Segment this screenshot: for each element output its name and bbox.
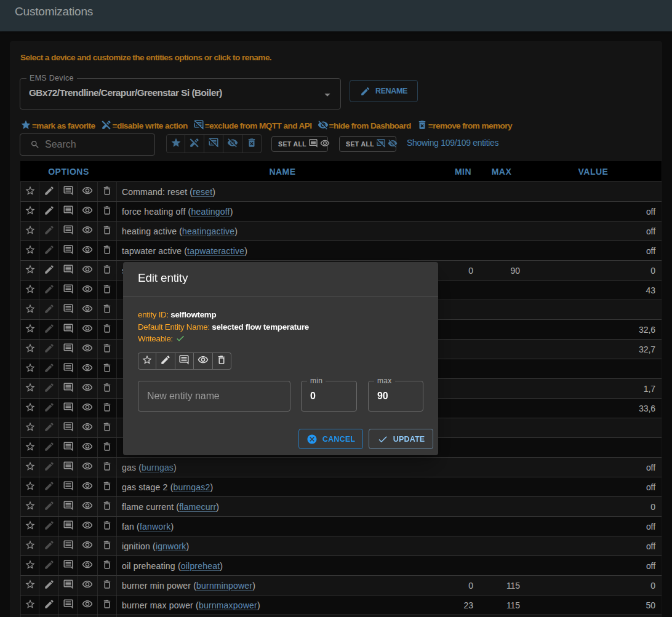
eye-icon [198,354,209,367]
new-entity-name-field [138,381,290,412]
entity-id-line: entity ID: selflowtemp [138,309,423,321]
cancel-button[interactable]: CANCEL [298,429,363,449]
new-entity-name-input[interactable] [138,381,290,411]
max-input[interactable] [369,381,423,411]
trash-icon [216,354,227,367]
default-name-label: Default Entity Name: [138,322,210,332]
edit-entity-dialog: Edit entity entity ID: selflowtemp Defau… [123,262,438,455]
dialog-mqtt-exclude-toggle[interactable] [175,352,194,370]
cancel-circle-icon [306,434,318,445]
dialog-fields: min max [138,381,423,412]
max-field: max [368,381,423,412]
check-icon [377,434,388,445]
min-field: min [301,381,357,412]
max-label: max [374,376,395,386]
entity-id-label: entity ID: [138,310,169,319]
check-icon [175,333,185,343]
writeable-line: Writeable: [138,333,423,345]
default-name-value: selected flow temperature [212,322,309,332]
star-outline-icon [142,354,153,367]
default-name-line: Default Entity Name: selected flow tempe… [138,321,423,333]
entity-id-value: selflowtemp [170,310,216,319]
update-button[interactable]: UPDATE [369,429,433,449]
dialog-title: Edit entity [123,262,438,297]
dialog-option-toggle-group [138,352,423,370]
min-label: min [307,376,326,386]
writeable-label: Writeable: [138,334,173,343]
edit-icon [160,354,171,367]
comment-icon [178,354,190,367]
dialog-delete-toggle[interactable] [213,352,231,370]
dialog-favorite-toggle[interactable] [138,352,156,370]
dialog-content: entity ID: selflowtemp Default Entity Na… [123,297,438,412]
dialog-actions: CANCEL UPDATE [298,429,433,449]
min-input[interactable] [302,381,356,411]
dialog-visibility-toggle[interactable] [194,352,212,370]
dialog-edit-toggle[interactable] [156,352,175,370]
